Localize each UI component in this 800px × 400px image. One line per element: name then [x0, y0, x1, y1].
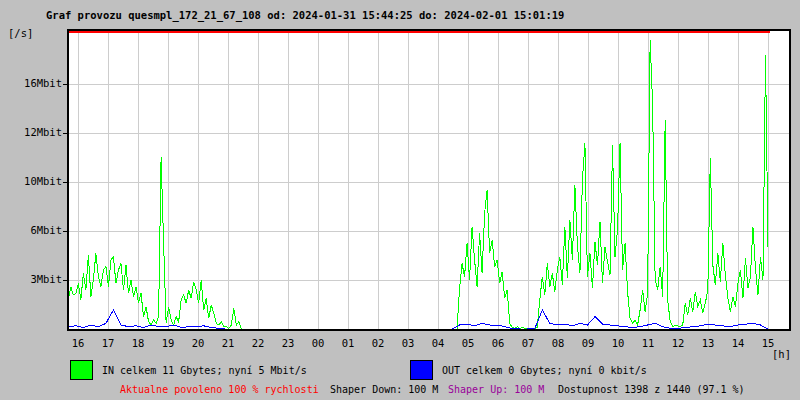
y-tick-label: 12Mbit [0, 126, 62, 139]
footer-availability: Dostupnost 1398 z 1440 (97.1 %) [558, 383, 745, 396]
out-legend-swatch [410, 360, 433, 380]
x-tick-label: 18 [123, 337, 153, 350]
x-tick-label: 13 [693, 337, 723, 350]
x-tick-label: 17 [93, 337, 123, 350]
y-tick-label: 3Mbit [0, 273, 62, 286]
out-legend-label: OUT celkem 0 Gbytes; nyní 0 kbit/s [442, 364, 647, 377]
y-tick-label: 6Mbit [0, 224, 62, 237]
x-tick-label: 21 [213, 337, 243, 350]
x-tick-label: 01 [333, 337, 363, 350]
x-tick-label: 09 [573, 337, 603, 350]
footer-allowed: Aktualne povoleno 100 % rychlosti [120, 383, 319, 396]
in-legend-label: IN celkem 11 Gbytes; nyní 5 Mbit/s [102, 364, 307, 377]
x-tick-label: 07 [513, 337, 543, 350]
x-tick-label: 14 [723, 337, 753, 350]
x-tick-label: 11 [633, 337, 663, 350]
x-tick-label: 02 [363, 337, 393, 350]
x-tick-label: 20 [183, 337, 213, 350]
footer-shaper-up: Shaper Up: 100 M [448, 383, 544, 396]
plot-area [68, 30, 790, 330]
x-tick-label: 10 [603, 337, 633, 350]
x-tick-label: 19 [153, 337, 183, 350]
x-tick-label: 05 [453, 337, 483, 350]
x-tick-label: 23 [273, 337, 303, 350]
footer-shaper-down: Shaper Down: 100 M [330, 383, 438, 396]
x-tick-label: 22 [243, 337, 273, 350]
x-tick-label: 12 [663, 337, 693, 350]
x-tick-label: 15 [753, 337, 783, 350]
y-tick-label: 10Mbit [0, 175, 62, 188]
mrtg-traffic-graph-page: Graf provozu quesmpl_172_21_67_108 od: 2… [0, 0, 800, 400]
x-tick-label: 08 [543, 337, 573, 350]
x-tick-label: 16 [63, 337, 93, 350]
x-tick-label: 00 [303, 337, 333, 350]
y-tick-label: 16Mbit [0, 77, 62, 90]
x-tick-label: 04 [423, 337, 453, 350]
in-legend-swatch [70, 360, 93, 380]
x-tick-label: 03 [393, 337, 423, 350]
x-tick-label: 06 [483, 337, 513, 350]
